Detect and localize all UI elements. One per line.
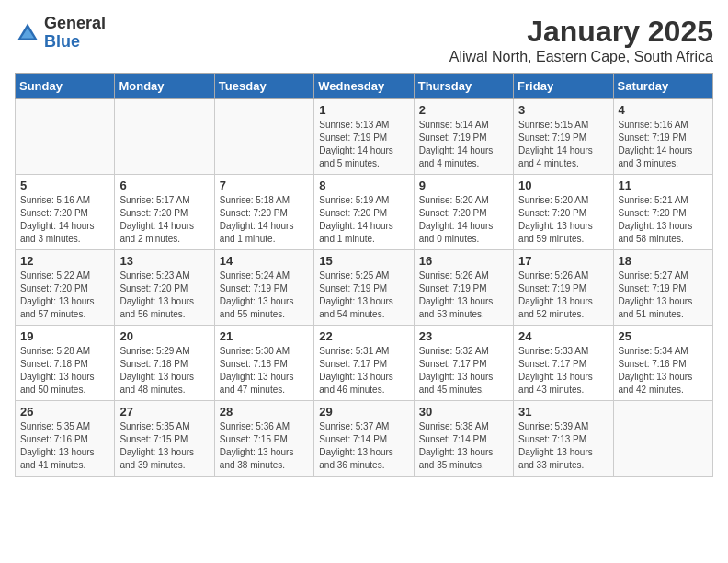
calendar-cell: 9Sunrise: 5:20 AM Sunset: 7:20 PM Daylig… xyxy=(414,175,513,250)
calendar-cell: 10Sunrise: 5:20 AM Sunset: 7:20 PM Dayli… xyxy=(514,175,613,250)
day-number: 23 xyxy=(419,329,508,343)
weekday-header: Thursday xyxy=(414,74,513,99)
day-info: Sunrise: 5:27 AM Sunset: 7:19 PM Dayligh… xyxy=(619,270,708,321)
weekday-header: Saturday xyxy=(613,74,712,99)
day-info: Sunrise: 5:24 AM Sunset: 7:19 PM Dayligh… xyxy=(220,270,309,321)
calendar-header: SundayMondayTuesdayWednesdayThursdayFrid… xyxy=(16,74,713,99)
day-number: 22 xyxy=(319,329,408,343)
day-info: Sunrise: 5:15 AM Sunset: 7:19 PM Dayligh… xyxy=(518,119,608,170)
calendar-cell: 28Sunrise: 5:36 AM Sunset: 7:15 PM Dayli… xyxy=(214,401,313,477)
day-info: Sunrise: 5:31 AM Sunset: 7:17 PM Dayligh… xyxy=(319,345,408,396)
day-number: 1 xyxy=(319,103,408,117)
day-info: Sunrise: 5:35 AM Sunset: 7:16 PM Dayligh… xyxy=(20,420,109,472)
location-title: Aliwal North, Eastern Cape, South Africa xyxy=(449,49,713,65)
calendar-week-row: 26Sunrise: 5:35 AM Sunset: 7:16 PM Dayli… xyxy=(16,401,713,477)
day-info: Sunrise: 5:36 AM Sunset: 7:15 PM Dayligh… xyxy=(220,420,309,472)
day-number: 26 xyxy=(20,405,109,419)
day-info: Sunrise: 5:25 AM Sunset: 7:19 PM Dayligh… xyxy=(319,270,408,321)
day-info: Sunrise: 5:34 AM Sunset: 7:16 PM Dayligh… xyxy=(619,345,708,396)
day-info: Sunrise: 5:28 AM Sunset: 7:18 PM Dayligh… xyxy=(20,345,109,396)
day-info: Sunrise: 5:29 AM Sunset: 7:18 PM Dayligh… xyxy=(119,345,209,396)
calendar-cell: 4Sunrise: 5:16 AM Sunset: 7:19 PM Daylig… xyxy=(613,99,712,175)
logo-general: General xyxy=(44,15,106,33)
calendar-cell: 25Sunrise: 5:34 AM Sunset: 7:16 PM Dayli… xyxy=(613,326,712,401)
calendar-cell: 23Sunrise: 5:32 AM Sunset: 7:17 PM Dayli… xyxy=(414,326,513,401)
calendar-cell: 30Sunrise: 5:38 AM Sunset: 7:14 PM Dayli… xyxy=(414,401,513,477)
day-number: 25 xyxy=(619,329,708,343)
weekday-header: Tuesday xyxy=(214,74,313,99)
day-info: Sunrise: 5:18 AM Sunset: 7:20 PM Dayligh… xyxy=(220,194,309,246)
day-info: Sunrise: 5:26 AM Sunset: 7:19 PM Dayligh… xyxy=(419,270,508,321)
calendar-cell: 15Sunrise: 5:25 AM Sunset: 7:19 PM Dayli… xyxy=(314,250,414,326)
calendar-week-row: 5Sunrise: 5:16 AM Sunset: 7:20 PM Daylig… xyxy=(16,175,713,250)
calendar-cell: 29Sunrise: 5:37 AM Sunset: 7:14 PM Dayli… xyxy=(314,401,414,477)
calendar-cell: 3Sunrise: 5:15 AM Sunset: 7:19 PM Daylig… xyxy=(514,99,613,175)
calendar-cell: 1Sunrise: 5:13 AM Sunset: 7:19 PM Daylig… xyxy=(314,99,414,175)
day-number: 12 xyxy=(20,254,109,268)
day-number: 24 xyxy=(518,329,608,343)
calendar-cell xyxy=(214,99,313,175)
calendar-cell: 6Sunrise: 5:17 AM Sunset: 7:20 PM Daylig… xyxy=(115,175,214,250)
day-number: 8 xyxy=(319,178,408,192)
calendar-table: SundayMondayTuesdayWednesdayThursdayFrid… xyxy=(15,73,713,477)
day-number: 28 xyxy=(220,405,309,419)
logo: General Blue xyxy=(15,15,106,52)
weekday-header: Monday xyxy=(115,74,214,99)
month-title: January 2025 xyxy=(449,15,713,49)
weekday-header: Wednesday xyxy=(314,74,414,99)
day-number: 5 xyxy=(20,178,109,192)
day-number: 19 xyxy=(20,329,109,343)
logo-icon xyxy=(15,20,40,46)
calendar-cell xyxy=(16,99,115,175)
calendar-cell: 22Sunrise: 5:31 AM Sunset: 7:17 PM Dayli… xyxy=(314,326,414,401)
calendar-week-row: 1Sunrise: 5:13 AM Sunset: 7:19 PM Daylig… xyxy=(16,99,713,175)
day-info: Sunrise: 5:23 AM Sunset: 7:20 PM Dayligh… xyxy=(119,270,209,321)
page-header: General Blue January 2025 Aliwal North, … xyxy=(15,15,713,65)
day-info: Sunrise: 5:13 AM Sunset: 7:19 PM Dayligh… xyxy=(319,119,408,170)
day-number: 4 xyxy=(619,103,708,117)
weekday-header: Sunday xyxy=(16,74,115,99)
day-number: 18 xyxy=(619,254,708,268)
calendar-cell: 21Sunrise: 5:30 AM Sunset: 7:18 PM Dayli… xyxy=(214,326,313,401)
day-info: Sunrise: 5:16 AM Sunset: 7:20 PM Dayligh… xyxy=(20,194,109,246)
calendar-cell: 17Sunrise: 5:26 AM Sunset: 7:19 PM Dayli… xyxy=(514,250,613,326)
day-info: Sunrise: 5:37 AM Sunset: 7:14 PM Dayligh… xyxy=(319,420,408,472)
day-info: Sunrise: 5:35 AM Sunset: 7:15 PM Dayligh… xyxy=(119,420,209,472)
day-info: Sunrise: 5:20 AM Sunset: 7:20 PM Dayligh… xyxy=(419,194,508,246)
calendar-body: 1Sunrise: 5:13 AM Sunset: 7:19 PM Daylig… xyxy=(16,99,713,477)
calendar-cell: 11Sunrise: 5:21 AM Sunset: 7:20 PM Dayli… xyxy=(613,175,712,250)
day-number: 20 xyxy=(119,329,209,343)
calendar-cell xyxy=(613,401,712,477)
day-info: Sunrise: 5:16 AM Sunset: 7:19 PM Dayligh… xyxy=(619,119,708,170)
calendar-cell: 20Sunrise: 5:29 AM Sunset: 7:18 PM Dayli… xyxy=(115,326,214,401)
day-number: 17 xyxy=(518,254,608,268)
day-number: 30 xyxy=(419,405,508,419)
day-number: 10 xyxy=(518,178,608,192)
calendar-cell: 27Sunrise: 5:35 AM Sunset: 7:15 PM Dayli… xyxy=(115,401,214,477)
calendar-cell: 13Sunrise: 5:23 AM Sunset: 7:20 PM Dayli… xyxy=(115,250,214,326)
day-number: 6 xyxy=(119,178,209,192)
day-info: Sunrise: 5:17 AM Sunset: 7:20 PM Dayligh… xyxy=(119,194,209,246)
calendar-cell: 14Sunrise: 5:24 AM Sunset: 7:19 PM Dayli… xyxy=(214,250,313,326)
day-info: Sunrise: 5:21 AM Sunset: 7:20 PM Dayligh… xyxy=(619,194,708,246)
day-number: 31 xyxy=(518,405,608,419)
day-number: 27 xyxy=(119,405,209,419)
calendar-cell: 7Sunrise: 5:18 AM Sunset: 7:20 PM Daylig… xyxy=(214,175,313,250)
weekday-row: SundayMondayTuesdayWednesdayThursdayFrid… xyxy=(16,74,713,99)
day-number: 14 xyxy=(220,254,309,268)
day-number: 15 xyxy=(319,254,408,268)
logo-blue: Blue xyxy=(44,33,106,52)
day-number: 7 xyxy=(220,178,309,192)
day-number: 11 xyxy=(619,178,708,192)
day-number: 2 xyxy=(419,103,508,117)
day-info: Sunrise: 5:19 AM Sunset: 7:20 PM Dayligh… xyxy=(319,194,408,246)
day-number: 16 xyxy=(419,254,508,268)
day-info: Sunrise: 5:26 AM Sunset: 7:19 PM Dayligh… xyxy=(518,270,608,321)
calendar-cell: 31Sunrise: 5:39 AM Sunset: 7:13 PM Dayli… xyxy=(514,401,613,477)
day-info: Sunrise: 5:22 AM Sunset: 7:20 PM Dayligh… xyxy=(20,270,109,321)
day-number: 13 xyxy=(119,254,209,268)
day-info: Sunrise: 5:30 AM Sunset: 7:18 PM Dayligh… xyxy=(220,345,309,396)
day-number: 9 xyxy=(419,178,508,192)
calendar-cell: 24Sunrise: 5:33 AM Sunset: 7:17 PM Dayli… xyxy=(514,326,613,401)
day-info: Sunrise: 5:38 AM Sunset: 7:14 PM Dayligh… xyxy=(419,420,508,472)
